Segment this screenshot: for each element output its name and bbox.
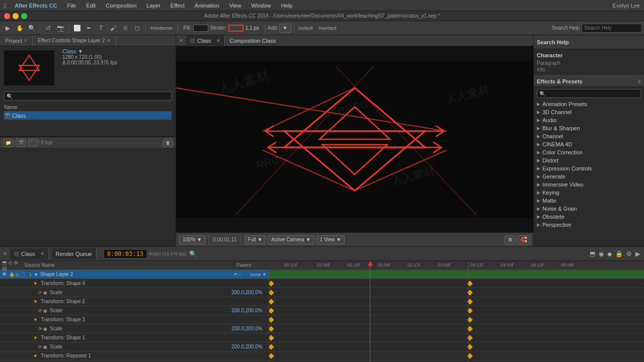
fill-color[interactable] <box>193 25 208 32</box>
effect-controls-close[interactable]: ✕ <box>107 38 111 43</box>
effect-controls-tab[interactable]: Effect Controls Shape Layer 2 ✕ <box>33 35 116 46</box>
composition-viewer[interactable]: 人人素材 RRCG 人人素材 RRCG 人人素材 <box>176 46 533 232</box>
select-tool[interactable]: ▶ <box>2 23 13 34</box>
add-marker-btn[interactable]: ◆ <box>606 249 613 258</box>
composition-tab[interactable]: Class ✕ <box>186 35 225 46</box>
comp-header-close[interactable]: ✕ <box>179 38 183 43</box>
expand-icon-r[interactable]: ▼ <box>33 353 38 358</box>
layer-row-scale-shape2[interactable]: ⟳ ◼ Scale 200.0,200.0% <box>0 306 269 315</box>
file-item-class[interactable]: 🎬 Class <box>4 112 172 120</box>
camera-btn[interactable]: Active Camera ▼ <box>268 235 314 244</box>
menu-animation[interactable]: Animation <box>193 3 221 9</box>
preview-btn[interactable]: ▶ <box>634 249 641 258</box>
layer-row-scale-shape3[interactable]: ⟳ ◼ Scale 200.0,200.0% <box>0 324 269 333</box>
new-comp-btn[interactable]: 🎬 <box>16 139 26 147</box>
search-timeline[interactable]: 🔍 <box>188 249 198 258</box>
effects-search-input[interactable] <box>547 91 638 97</box>
menu-window[interactable]: Window <box>249 3 273 9</box>
timeline-track-area[interactable]: 00:12f 01:00f 01:12f 02:00f 02:12f 03:00… <box>269 261 644 362</box>
expand-icon[interactable]: ▼ <box>33 299 38 304</box>
effect-cat-expression-controls[interactable]: ▶ Expression Controls <box>534 164 644 172</box>
menu-file[interactable]: File <box>65 3 78 9</box>
clone-tool[interactable]: ⎘ <box>120 23 131 34</box>
solo-btn[interactable]: ◉ <box>598 249 605 258</box>
stopwatch-icon-1[interactable]: ⟳ <box>38 344 42 349</box>
standard-btn[interactable]: Standard <box>316 23 339 34</box>
effect-cat-matte[interactable]: ▶ Matte <box>534 197 644 205</box>
roto-tool[interactable]: RotoBezier <box>148 23 175 34</box>
effects-menu-icon[interactable]: ≡ <box>637 78 641 85</box>
rect-tool[interactable]: ⬜ <box>71 23 83 34</box>
menu-composition[interactable]: Composition <box>104 3 138 9</box>
effect-cat-immersive-video[interactable]: ▶ Immersive Video <box>534 180 644 189</box>
view-btn[interactable]: 1 View ▼ <box>316 235 345 244</box>
layer-controls-btn[interactable]: ⬒ <box>589 249 596 258</box>
menu-effect[interactable]: Effect <box>169 3 187 9</box>
layer-row-transform-shape3[interactable]: ▼ Transform: Shape 3 <box>0 315 269 324</box>
pen-tool[interactable]: ✒ <box>84 23 95 34</box>
layer-row-transform-repeater[interactable]: ▼ Transform: Repeater 1 <box>0 351 269 360</box>
layer-row-transform-shape4[interactable]: ▼ Transform: Shape 4 <box>0 279 269 288</box>
effect-cat-animation-presets[interactable]: ▶ Animation Presets <box>534 100 644 108</box>
effect-cat-channel[interactable]: ▶ Channel <box>534 132 644 140</box>
lock-layers-btn[interactable]: 🔒 <box>614 249 624 258</box>
new-item-btn[interactable]: ⬛ <box>28 139 39 147</box>
project-tab[interactable]: Project ≡ <box>0 35 33 46</box>
hand-tool[interactable]: ✋ <box>14 23 25 34</box>
effect-cat-obsolete[interactable]: ▶ Obsolete <box>534 213 644 221</box>
layer-row-scale-shape1[interactable]: ⟳ ◼ Scale 200.0,200.0% <box>0 342 269 351</box>
maximize-button[interactable] <box>21 13 27 19</box>
layer-row-transform-shape2[interactable]: ▼ Transform: Shape 2 <box>0 297 269 306</box>
rotate-tool[interactable]: ↺ <box>43 23 54 34</box>
default-btn[interactable]: Default <box>297 23 315 34</box>
layer-row-shape-2[interactable]: 👁 🔒 ◎ ◯ 1 ★ Shape Layer 2 ⬒ / None ▼ <box>0 270 269 279</box>
stopwatch-icon-2[interactable]: ⟳ <box>38 308 42 313</box>
stopwatch-icon[interactable]: ⟳ <box>38 290 42 295</box>
close-button[interactable] <box>4 13 10 19</box>
stopwatch-icon-3[interactable]: ⟳ <box>38 326 42 331</box>
brush-tool[interactable]: 🖌 <box>108 23 119 34</box>
effect-cat-color-correction[interactable]: ▶ Color Correction <box>534 148 644 156</box>
effect-cat-3d-channel[interactable]: ▶ 3D Channel <box>534 108 644 116</box>
effect-cat-cinema4d[interactable]: ▶ CINEMA 4D <box>534 140 644 148</box>
expand-icon-1[interactable]: ▼ <box>33 335 38 340</box>
menu-view[interactable]: View <box>227 3 244 9</box>
text-tool[interactable]: T <box>96 23 107 34</box>
snap-btn[interactable]: 🧲 <box>517 235 530 244</box>
effect-cat-generate[interactable]: ▶ Generate <box>534 172 644 180</box>
search-help-input[interactable] <box>582 24 642 33</box>
timeline-tab-class[interactable]: Class ✕ <box>10 248 49 259</box>
quality-btn[interactable]: Full ▼ <box>245 235 266 244</box>
delete-item-btn[interactable]: 🗑 <box>163 139 173 147</box>
eye-icon[interactable]: 👁 <box>2 272 8 277</box>
minimize-button[interactable] <box>13 13 19 19</box>
expand-icon[interactable]: ▼ <box>33 281 38 286</box>
preview-options[interactable]: 100% ▼ <box>179 235 205 244</box>
grid-btn[interactable]: ⊞ <box>505 235 516 244</box>
comp-settings-btn[interactable]: ⚙ <box>625 249 633 258</box>
timeline-tab-close[interactable]: ✕ <box>40 251 44 256</box>
eraser-tool[interactable]: ◻ <box>132 23 143 34</box>
menu-layer[interactable]: Layer <box>144 3 163 9</box>
timeline-close-icon[interactable]: ✕ <box>3 251 7 256</box>
zoom-tool[interactable]: 🔍 <box>26 23 37 34</box>
effect-cat-blur-sharpen[interactable]: ▶ Blur & Sharpen <box>534 124 644 132</box>
effect-cat-audio[interactable]: ▶ Audio <box>534 116 644 124</box>
effect-cat-noise-grain[interactable]: ▶ Noise & Grain <box>534 205 644 213</box>
new-folder-btn[interactable]: 📁 <box>3 139 14 147</box>
add-dropdown[interactable]: ▼ <box>279 24 291 33</box>
menu-edit[interactable]: Edit <box>84 3 98 9</box>
effect-cat-keying[interactable]: ▶ Keying <box>534 189 644 197</box>
layer-row-scale-shape4[interactable]: ⟳ ◼ Scale 200.0,200.0% <box>0 288 269 297</box>
stroke-color[interactable] <box>228 25 244 32</box>
expand-icon-3[interactable]: ▼ <box>33 317 38 322</box>
render-queue-tab[interactable]: Render Queue <box>52 248 97 259</box>
timecode-display[interactable]: 0:00:03:13 <box>104 249 147 258</box>
project-search-input[interactable] <box>15 94 169 99</box>
lock-icon[interactable]: 🔒 <box>9 272 14 277</box>
layer-row-transform-shape1[interactable]: ▼ Transform: Shape 1 <box>0 333 269 342</box>
effect-cat-distort[interactable]: ▶ Distort <box>534 156 644 164</box>
unified-camera-tool[interactable]: 📷 <box>55 23 66 34</box>
comp-tab-close[interactable]: ✕ <box>216 38 220 43</box>
menu-help[interactable]: Help <box>279 3 295 9</box>
